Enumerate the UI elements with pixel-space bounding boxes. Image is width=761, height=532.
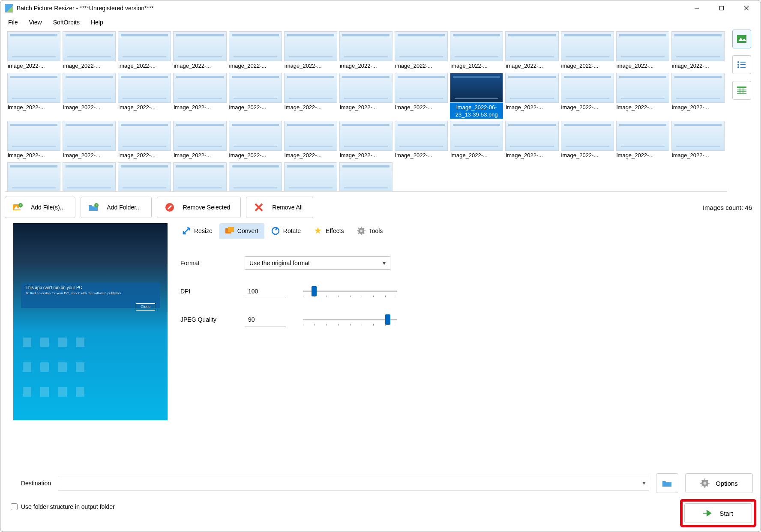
thumbnail[interactable]: image_2022-... <box>284 73 337 119</box>
thumbnail[interactable]: image_2022-... <box>339 121 392 160</box>
tab-rotate-label: Rotate <box>283 227 301 234</box>
preview-dialog-title: This app can't run on your PC <box>26 284 155 291</box>
thumbnail[interactable]: image_2022-... <box>395 73 448 119</box>
thumbnail[interactable]: image_2022-... <box>284 162 337 191</box>
thumbnail[interactable]: image_2022-... <box>63 162 116 191</box>
thumbnail[interactable]: image_2022-... <box>450 121 503 160</box>
dpi-slider[interactable] <box>303 286 397 296</box>
thumbnail[interactable]: image_2022-... <box>173 162 226 191</box>
thumbnail[interactable]: image_2022-... <box>284 31 337 71</box>
destination-combobox[interactable]: ▾ <box>58 476 649 490</box>
thumbnail[interactable]: image_2022-... <box>671 121 725 160</box>
svg-rect-1 <box>720 6 724 10</box>
view-details-button[interactable] <box>732 81 751 100</box>
thumbnail[interactable]: image_2022-... <box>561 31 614 71</box>
add-files-button[interactable]: + Add File(s)... <box>5 197 75 218</box>
thumbnail[interactable]: image_2022-... <box>284 121 337 160</box>
thumbnail[interactable]: image_2022-... <box>118 162 171 191</box>
thumbnail[interactable]: image_2022-... <box>616 31 669 71</box>
tab-rotate[interactable]: Rotate <box>265 223 307 239</box>
thumbnail[interactable]: image_2022-... <box>339 73 392 119</box>
remove-selected-button[interactable]: Remove Selected <box>157 197 241 218</box>
thumbnail[interactable]: image_2022-... <box>616 73 669 119</box>
thumbnail[interactable]: image_2022-... <box>63 121 116 160</box>
format-select[interactable]: Use the original format ▾ <box>245 256 390 270</box>
menu-file[interactable]: File <box>3 17 23 27</box>
thumbnail[interactable]: image_2022-... <box>229 31 282 71</box>
preview-dialog-close: Close <box>136 303 155 311</box>
tab-resize-label: Resize <box>194 227 213 234</box>
chevron-down-icon: ▾ <box>643 480 645 486</box>
thumbnail[interactable]: image_2022-... <box>229 73 282 119</box>
thumbnail[interactable]: image_2022-... <box>7 31 60 71</box>
thumbnail[interactable]: image_2022-... <box>616 121 669 160</box>
thumbnail[interactable]: image_2022-... <box>671 31 725 71</box>
thumbnail[interactable]: image_2022-... <box>229 121 282 160</box>
thumbnail[interactable]: image_2022-... <box>63 31 116 71</box>
thumbnail[interactable]: image_2022-... <box>118 31 171 71</box>
thumbnail[interactable]: image_2022-... <box>395 121 448 160</box>
thumbnail[interactable]: image_2022-... <box>118 121 171 160</box>
thumbnail[interactable]: image_2022-... <box>450 31 503 71</box>
thumbnail[interactable]: image_2022-... <box>505 73 558 119</box>
quality-input[interactable] <box>245 313 286 326</box>
thumbnail-image <box>173 31 226 61</box>
thumbnail[interactable]: image_2022-... <box>671 73 725 119</box>
action-toolbar: + Add File(s)... + Add Folder... Remove … <box>5 195 756 220</box>
thumbnail-label: image_2022-... <box>395 103 448 112</box>
thumbnail-image <box>229 31 282 61</box>
thumbnail-label: image_2022-... <box>671 151 725 160</box>
thumbnail-image <box>63 121 116 151</box>
thumbnail[interactable]: image_2022-... <box>339 162 392 191</box>
thumbnail[interactable]: image_2022-... <box>339 31 392 71</box>
tab-effects[interactable]: Effects <box>308 223 350 239</box>
add-folder-button[interactable]: + Add Folder... <box>81 197 151 218</box>
dpi-input[interactable] <box>245 284 286 298</box>
thumbnail[interactable]: image_2022-... <box>7 121 60 160</box>
thumbnail[interactable]: image_2022-... <box>173 121 226 160</box>
add-folder-icon: + <box>88 203 99 212</box>
thumbnail[interactable]: image_2022-... <box>7 73 60 119</box>
thumbnail-image <box>118 73 171 103</box>
thumbnail-label: image_2022-... <box>616 151 669 160</box>
thumbnail[interactable]: image_2022-... <box>505 121 558 160</box>
tab-tools[interactable]: Tools <box>351 223 389 239</box>
thumbnail-image <box>7 73 60 103</box>
maximize-button[interactable] <box>709 1 734 15</box>
minimize-button[interactable] <box>684 1 709 15</box>
thumbnail[interactable]: image_2022-06-23_13-39-53.png <box>450 73 503 119</box>
thumbnail[interactable]: image_2022-... <box>118 73 171 119</box>
gear-icon <box>700 478 710 488</box>
tab-convert[interactable]: Convert <box>219 223 264 239</box>
browse-destination-button[interactable] <box>656 473 678 493</box>
folder-structure-label: Use folder structure in output folder <box>21 503 115 510</box>
options-button[interactable]: Options <box>685 473 753 493</box>
thumbnail[interactable]: image_2022-... <box>63 73 116 119</box>
view-thumbnails-button[interactable] <box>732 30 751 48</box>
thumbnail[interactable]: image_2022-... <box>173 73 226 119</box>
thumbnail-image <box>450 73 503 103</box>
thumbnail[interactable]: image_2022-... <box>561 121 614 160</box>
thumbnail[interactable]: image_2022-... <box>395 31 448 71</box>
remove-all-button[interactable]: Remove All <box>246 197 313 218</box>
quality-slider[interactable] <box>303 314 397 325</box>
thumbnail-list[interactable]: image_2022-...image_2022-...image_2022-.… <box>5 29 727 191</box>
thumbnail[interactable]: image_2022-... <box>561 73 614 119</box>
thumbnail[interactable]: image_2022-... <box>7 162 60 191</box>
thumbnail[interactable]: image_2022-... <box>229 162 282 191</box>
close-button[interactable] <box>734 1 759 15</box>
folder-structure-checkbox-row[interactable]: Use folder structure in output folder <box>5 499 118 510</box>
menu-softorbits[interactable]: SoftOrbits <box>48 17 85 27</box>
thumbnail-label: image_2022-... <box>339 61 392 71</box>
thumbnail[interactable]: image_2022-... <box>505 31 558 71</box>
thumbnail-image <box>339 31 392 61</box>
thumbnail-image <box>505 73 558 103</box>
thumbnail-image <box>450 121 503 151</box>
view-list-button[interactable] <box>732 55 751 74</box>
thumbnail-image <box>339 162 392 191</box>
start-button[interactable]: Start <box>684 503 752 523</box>
menu-help[interactable]: Help <box>86 17 108 27</box>
menu-view[interactable]: View <box>24 17 47 27</box>
tab-resize[interactable]: Resize <box>176 223 219 239</box>
thumbnail[interactable]: image_2022-... <box>173 31 226 71</box>
